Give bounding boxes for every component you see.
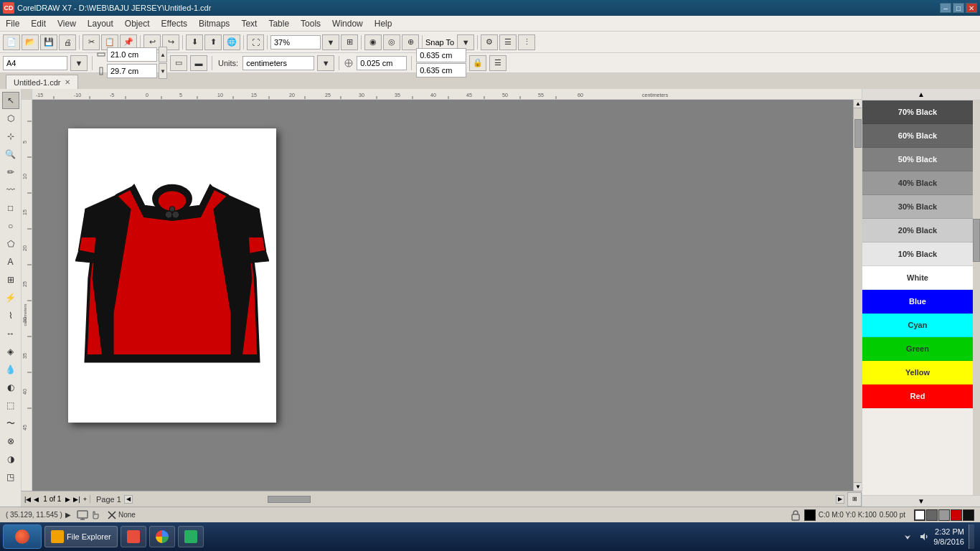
menu-view[interactable]: View bbox=[52, 17, 82, 30]
open-button[interactable]: 📂 bbox=[22, 34, 39, 50]
new-button[interactable]: 📄 bbox=[3, 34, 20, 50]
fill-tool[interactable]: ◈ bbox=[2, 343, 19, 360]
tab-close[interactable]: ✕ bbox=[65, 78, 70, 86]
transparency-tool[interactable]: ◑ bbox=[2, 451, 19, 468]
color-swatch-5[interactable]: 20% Black bbox=[862, 219, 973, 242]
options3-button[interactable]: ⋮ bbox=[518, 34, 535, 50]
palette-scroll-up[interactable]: ▲ bbox=[862, 89, 980, 100]
menu-layout[interactable]: Layout bbox=[82, 17, 119, 30]
color-swatch-11[interactable]: Yellow bbox=[862, 361, 973, 385]
color-swatch-12[interactable]: Red bbox=[862, 385, 973, 408]
taskbar-mediaplayer[interactable] bbox=[121, 526, 146, 547]
page-last-btn[interactable]: ▶| bbox=[73, 496, 80, 503]
color-swatch-1[interactable]: 60% Black bbox=[862, 124, 973, 148]
interactive-tool[interactable]: ◐ bbox=[2, 379, 19, 396]
taskbar-chrome[interactable] bbox=[149, 526, 175, 547]
export-button[interactable]: ⬆ bbox=[204, 34, 222, 50]
portrait-button[interactable]: ▭ bbox=[170, 55, 187, 71]
color-swatch-4[interactable]: 30% Black bbox=[862, 195, 973, 219]
close-button[interactable]: ✕ bbox=[966, 3, 977, 13]
hscroll-left-btn[interactable]: ◀ bbox=[124, 495, 133, 504]
vscroll-thumb[interactable] bbox=[854, 119, 862, 148]
crop-tool[interactable]: ⊹ bbox=[2, 128, 19, 145]
palette-scroll-down[interactable]: ▼ bbox=[862, 495, 980, 507]
eyedropper-tool[interactable]: 💧 bbox=[2, 361, 19, 378]
units-dropdown[interactable]: ▼ bbox=[317, 55, 334, 71]
menu-bitmaps[interactable]: Bitmaps bbox=[193, 17, 235, 30]
options-button[interactable]: ⚙ bbox=[481, 34, 498, 50]
nudge-field[interactable]: 0.025 cm bbox=[357, 56, 407, 70]
connector-tool[interactable]: ⌇ bbox=[2, 307, 19, 324]
view2-button[interactable]: ◎ bbox=[383, 34, 400, 50]
maximize-button[interactable]: □ bbox=[953, 3, 964, 13]
paper-dropdown[interactable]: ▼ bbox=[70, 55, 88, 71]
fullscreen-button[interactable]: ⛶ bbox=[247, 34, 264, 50]
color-box-3[interactable] bbox=[938, 509, 950, 521]
menu-edit[interactable]: Edit bbox=[25, 17, 52, 30]
color-swatch-2[interactable]: 50% Black bbox=[862, 148, 973, 171]
polygon-tool[interactable]: ⬠ bbox=[2, 235, 19, 253]
extrude-tool[interactable]: ◳ bbox=[2, 468, 19, 486]
shadow-tool[interactable]: ⊗ bbox=[2, 433, 19, 450]
canvas-inner[interactable] bbox=[32, 100, 853, 491]
width-field[interactable]: 21.0 cm bbox=[107, 47, 157, 62]
color-swatch-6[interactable]: 10% Black bbox=[862, 242, 973, 266]
color-box-5[interactable] bbox=[963, 509, 974, 521]
lock-button[interactable]: 🔒 bbox=[469, 55, 486, 71]
width-up[interactable]: ▲ bbox=[159, 47, 167, 62]
arrow-indicator[interactable]: ▶ bbox=[65, 511, 71, 519]
color-swatch-0[interactable]: 70% Black bbox=[862, 100, 973, 124]
page-first-btn[interactable]: |◀ bbox=[24, 496, 31, 503]
palette-scrollbar-thumb[interactable] bbox=[973, 219, 980, 262]
menu-object[interactable]: Object bbox=[119, 17, 156, 30]
print-button[interactable]: 🖨 bbox=[59, 34, 76, 50]
color-box-1[interactable] bbox=[914, 509, 925, 521]
hscroll-track[interactable]: ◀ ▶ bbox=[124, 496, 844, 503]
hscroll-thumb[interactable] bbox=[268, 496, 311, 503]
menu-window[interactable]: Window bbox=[326, 17, 369, 30]
publish-button[interactable]: 🌐 bbox=[223, 34, 240, 50]
page-add-btn[interactable]: + bbox=[83, 496, 87, 503]
start-button[interactable] bbox=[3, 524, 42, 549]
freehand-tool[interactable]: ✏ bbox=[2, 164, 19, 181]
menu-table[interactable]: Table bbox=[263, 17, 295, 30]
menu-effects[interactable]: Effects bbox=[156, 17, 193, 30]
color-swatch-10[interactable]: Green bbox=[862, 337, 973, 361]
color-box-4[interactable] bbox=[951, 509, 962, 521]
taskbar-app4[interactable] bbox=[178, 526, 204, 547]
zoom-tool[interactable]: 🔍 bbox=[2, 146, 19, 163]
document-tab[interactable]: Untitled-1.cdr ✕ bbox=[6, 75, 78, 89]
dim1-field[interactable]: 0.635 cm bbox=[416, 48, 466, 62]
height-up[interactable]: ▼ bbox=[159, 63, 167, 79]
menu-help[interactable]: Help bbox=[369, 17, 398, 30]
color-swatch-9[interactable]: Cyan bbox=[862, 314, 973, 337]
show-desktop-btn[interactable] bbox=[969, 524, 974, 549]
save-button[interactable]: 💾 bbox=[40, 34, 57, 50]
menu-file[interactable]: File bbox=[0, 17, 25, 30]
units-field[interactable]: centimeters bbox=[242, 56, 314, 70]
more-button[interactable]: ☰ bbox=[489, 55, 507, 71]
parallel-tool[interactable]: ⚡ bbox=[2, 289, 19, 306]
paper-size-field[interactable]: A4 bbox=[3, 56, 67, 70]
zoom-fit[interactable]: ⊞ bbox=[341, 34, 358, 50]
taskbar-explorer[interactable]: File Explorer bbox=[44, 526, 118, 547]
page-next-btn[interactable]: ▶ bbox=[65, 496, 70, 503]
ellipse-tool[interactable]: ○ bbox=[2, 217, 19, 235]
minimize-button[interactable]: – bbox=[940, 3, 951, 13]
dim2-field[interactable]: 0.635 cm bbox=[416, 63, 466, 77]
hscroll-right-btn[interactable]: ▶ bbox=[836, 495, 844, 504]
text-tool[interactable]: A bbox=[2, 253, 19, 270]
view1-button[interactable]: ◉ bbox=[364, 34, 382, 50]
smartdraw-tool[interactable]: 〰 bbox=[2, 182, 19, 199]
smear-tool[interactable]: 〜 bbox=[2, 415, 19, 432]
color-box-2[interactable] bbox=[926, 509, 938, 521]
node-tool[interactable]: ⬡ bbox=[2, 110, 19, 127]
rect-tool[interactable]: □ bbox=[2, 199, 19, 217]
zoom-dropdown[interactable]: ▼ bbox=[322, 34, 339, 50]
page-prev-btn[interactable]: ◀ bbox=[34, 496, 39, 503]
import-button[interactable]: ⬇ bbox=[186, 34, 203, 50]
color-swatch-3[interactable]: 40% Black bbox=[862, 171, 973, 195]
zoom-status[interactable]: ⊞ bbox=[847, 492, 862, 507]
blend-tool[interactable]: ⬚ bbox=[2, 397, 19, 414]
vertical-scrollbar[interactable]: ▲ ▼ bbox=[853, 100, 862, 491]
